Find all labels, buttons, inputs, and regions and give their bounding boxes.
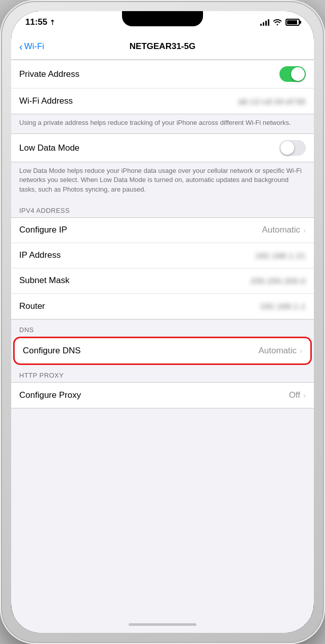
configure-dns-label: Configure DNS [23,346,80,356]
router-label: Router [19,301,45,311]
configure-proxy-row[interactable]: Configure Proxy Off › [11,383,314,408]
configure-proxy-value: Off [289,390,300,400]
time-display: 11:55 [25,17,47,27]
low-data-mode-row[interactable]: Low Data Mode [11,134,314,162]
configure-proxy-value-container: Off › [289,390,306,400]
back-chevron-icon: ‹ [19,41,23,52]
battery-icon [286,19,300,26]
phone-inner: 11:55 ⇡ [11,11,314,633]
ipv4-group: Configure IP Automatic › IP Address 192.… [11,217,314,319]
nav-header: ‹ Wi-Fi NETGEAR31-5G [11,33,314,60]
configure-ip-row[interactable]: Configure IP Automatic › [11,218,314,243]
router-value: 192.168.1.1 [260,302,306,310]
location-icon: ⇡ [50,19,55,26]
configure-ip-label: Configure IP [19,225,67,235]
low-data-description: Low Data Mode helps reduce your iPhone d… [11,162,314,200]
private-address-toggle[interactable] [279,66,306,82]
chevron-right-icon: › [303,226,306,235]
ipv4-section-header: IPV4 ADDRESS [19,207,70,214]
http-proxy-group: Configure Proxy Off › [11,382,314,408]
ipv4-section-header-area: IPV4 ADDRESS [11,200,314,217]
private-address-group: Private Address Wi-Fi Address ab:12:cd:3… [11,60,314,114]
ip-address-row: IP Address 192.168.1.21 [11,243,314,268]
configure-ip-value: Automatic [262,225,300,235]
toggle-knob [291,67,305,81]
scroll-content[interactable]: Private Address Wi-Fi Address ab:12:cd:3… [11,60,314,616]
ip-address-label: IP Address [19,250,61,260]
bottom-spacer [11,408,314,419]
configure-dns-value: Automatic [258,346,297,356]
configure-ip-value-container: Automatic › [262,225,306,235]
subnet-mask-label: Subnet Mask [19,275,69,286]
subnet-mask-row: Subnet Mask 255.255.255.0 [11,268,314,294]
router-row: Router 192.168.1.1 [11,294,314,319]
http-proxy-section-header: HTTP PROXY [19,372,64,379]
configure-dns-row[interactable]: Configure DNS Automatic › [15,338,310,363]
toggle-knob-low [280,141,294,155]
wifi-icon [273,18,282,27]
ip-address-value: 192.168.1.21 [255,251,306,260]
notch [122,11,203,26]
wifi-address-row: Wi-Fi Address ab:12:cd:34:ef:56 [11,88,314,114]
private-address-row[interactable]: Private Address [11,60,314,88]
wifi-address-value: ab:12:cd:34:ef:56 [238,97,306,106]
dns-section-header-area: DNS [11,319,314,337]
back-button[interactable]: ‹ Wi-Fi [19,41,44,52]
signal-bars-icon [260,19,269,26]
low-data-mode-label: Low Data Mode [19,143,79,153]
private-address-description: Using a private address helps reduce tra… [11,114,314,133]
dns-section-header: DNS [19,326,34,334]
wifi-address-label: Wi-Fi Address [19,96,73,106]
page-title: NETGEAR31-5G [130,41,195,52]
status-time: 11:55 ⇡ [25,17,55,27]
subnet-mask-value: 255.255.255.0 [251,277,306,285]
configure-proxy-label: Configure Proxy [19,390,81,400]
home-bar [129,623,196,626]
configure-dns-value-container: Automatic › [258,346,302,356]
phone-frame: 11:55 ⇡ [0,0,325,644]
low-data-group: Low Data Mode [11,133,314,162]
home-indicator [11,616,314,633]
dns-highlight-container: Configure DNS Automatic › [13,337,312,365]
low-data-toggle[interactable] [279,140,306,156]
status-icons [260,18,300,27]
http-proxy-section-header-area: HTTP PROXY [11,365,314,382]
screen: 11:55 ⇡ [11,11,314,633]
back-label: Wi-Fi [24,41,45,52]
dns-chevron-right-icon: › [300,346,302,355]
proxy-chevron-right-icon: › [303,391,306,399]
private-address-label: Private Address [19,69,79,79]
